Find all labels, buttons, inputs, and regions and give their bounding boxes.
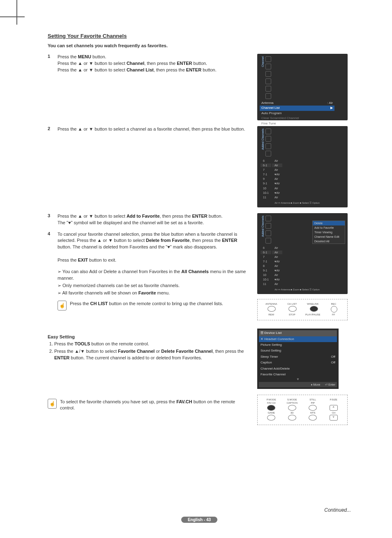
continued-text: Continued... (48, 507, 351, 513)
step-number: 1 (48, 54, 58, 74)
step-body: Press the MENU button. Press the ▲ or ▼ … (58, 54, 249, 74)
page-number: English - 43 (48, 517, 351, 522)
tv-icon (265, 216, 271, 221)
intro-text: You can set channels you watch frequentl… (48, 43, 351, 48)
hand-icon: ☝ (48, 399, 57, 409)
remote-diagram-2: P.MODES.MODESTILLP.SIZE FAV.CHCAPTIONPIP… (257, 395, 348, 425)
osd-channel-menu: Channel Antenna: Air Channel List▶ Auto … (257, 54, 348, 120)
section-title: Setting Your Favorite Channels (48, 33, 351, 39)
easy-setting-steps: Press the TOOLS button on the remote con… (48, 341, 249, 361)
hand-icon: ☝ (58, 301, 67, 310)
step-number: 4 (48, 231, 58, 264)
tip-text: Press the CH LIST button on the remote c… (70, 301, 249, 307)
osd-channel-list-popup: Added Channels 6Air6-1Air7Air7-1♥Air8Air… (257, 213, 348, 294)
menu-icon: ☰ (261, 331, 264, 335)
tip-text: To select the favorite channels you have… (60, 399, 249, 412)
note-list: You can also Add or Delete a channel fro… (58, 269, 249, 297)
gear-icon (265, 238, 271, 244)
remote-diagram-1: ANTENNACH LISTWISELINKREC REWSTOPPLAY/PA… (257, 299, 348, 320)
step-number: 3 (48, 213, 58, 226)
tools-menu: ☰ Device List ✕ Headset Connection Pictu… (257, 329, 339, 389)
step-number: 2 (48, 126, 58, 133)
step-body: To cancel your favorite channel selectio… (58, 231, 249, 264)
x-icon: ✕ (261, 337, 264, 341)
osd-channel-list: Added Channels 6Air6-1Air7Air7-1♥Air9Air… (257, 126, 348, 207)
step-body: Press the ▲ or ▼ button to select a chan… (58, 126, 249, 133)
step-body: Press the ▲ or ▼ button to select Add to… (58, 213, 249, 226)
easy-setting-head: Easy Setting (48, 334, 249, 339)
list-icon (265, 223, 271, 229)
heart-icon (265, 230, 271, 236)
